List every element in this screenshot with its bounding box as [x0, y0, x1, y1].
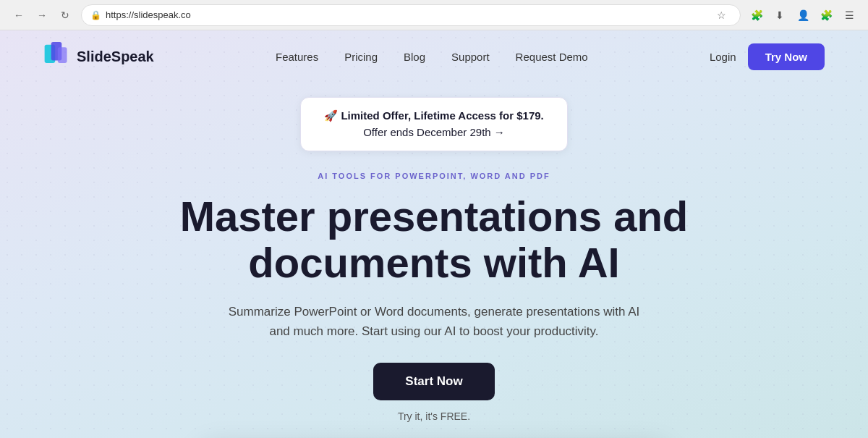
- offer-line2: Offer ends December 29th →: [324, 125, 544, 141]
- hero-subtitle: AI TOOLS FOR POWERPOINT, WORD AND PDF: [318, 172, 550, 180]
- offer-banner: 🚀 Limited Offer, Lifetime Access for $17…: [300, 97, 568, 151]
- offer-line1: 🚀 Limited Offer, Lifetime Access for $17…: [324, 108, 544, 125]
- extensions-icon: 🧩: [751, 9, 763, 21]
- puzzle-icon: 🧩: [820, 9, 833, 21]
- nav-features[interactable]: Features: [276, 51, 318, 63]
- hero-heading: Master presentations and documents with …: [180, 193, 689, 286]
- hero-section: 🚀 Limited Offer, Lifetime Access for $17…: [0, 83, 868, 438]
- nav-links: Features Pricing Blog Support Request De…: [276, 51, 588, 63]
- address-bar[interactable]: 🔒 https://slidespeak.co ☆: [81, 4, 741, 26]
- browser-actions: 🧩 ⬇ 👤 🧩 ☰: [746, 5, 859, 25]
- nav-pricing[interactable]: Pricing: [344, 51, 378, 63]
- menu-icon: ☰: [845, 9, 854, 21]
- extensions-button[interactable]: 🧩: [746, 5, 767, 25]
- hero-heading-line1: Master presentations and: [180, 193, 689, 240]
- nav-actions: Login Try Now: [710, 43, 825, 70]
- hero-heading-line2: documents with AI: [248, 239, 619, 286]
- bookmark-button[interactable]: ☆: [711, 5, 731, 25]
- lock-icon: 🔒: [90, 10, 101, 20]
- nav-support[interactable]: Support: [451, 51, 490, 63]
- start-now-button[interactable]: Start Now: [373, 363, 494, 400]
- hero-description: Summarize PowerPoint or Word documents, …: [224, 302, 644, 341]
- logo-text: SlideSpeak: [77, 49, 154, 65]
- offer-text-line1: 🚀 Limited Offer, Lifetime Access for $17…: [324, 109, 544, 122]
- profile-button[interactable]: 👤: [793, 5, 813, 25]
- page-wrapper: SlideSpeak Features Pricing Blog Support…: [0, 30, 868, 438]
- downloads-icon: ⬇: [775, 9, 784, 21]
- puzzle-button[interactable]: 🧩: [816, 5, 836, 25]
- browser-chrome: ← → ↻ 🔒 https://slidespeak.co ☆ 🧩 ⬇ 👤 🧩 …: [0, 0, 868, 30]
- svg-rect-2: [58, 47, 67, 63]
- back-button[interactable]: ←: [9, 5, 29, 25]
- nav-blog[interactable]: Blog: [404, 51, 425, 63]
- navbar: SlideSpeak Features Pricing Blog Support…: [0, 30, 868, 83]
- star-icon: ☆: [717, 9, 726, 21]
- logo-icon: [43, 42, 69, 71]
- free-text: Try it, it's FREE.: [398, 410, 470, 422]
- forward-button[interactable]: →: [32, 5, 52, 25]
- profile-icon: 👤: [797, 9, 809, 21]
- forward-icon: →: [37, 9, 47, 21]
- menu-button[interactable]: ☰: [839, 5, 859, 25]
- url-text: https://slidespeak.co: [106, 9, 707, 20]
- login-button[interactable]: Login: [710, 51, 736, 63]
- downloads-button[interactable]: ⬇: [770, 5, 790, 25]
- nav-request-demo[interactable]: Request Demo: [516, 51, 588, 63]
- refresh-icon: ↻: [61, 9, 69, 21]
- logo[interactable]: SlideSpeak: [43, 42, 154, 71]
- try-now-button[interactable]: Try Now: [748, 43, 825, 70]
- browser-nav-buttons: ← → ↻: [9, 5, 75, 25]
- refresh-button[interactable]: ↻: [55, 5, 75, 25]
- back-icon: ←: [14, 9, 24, 21]
